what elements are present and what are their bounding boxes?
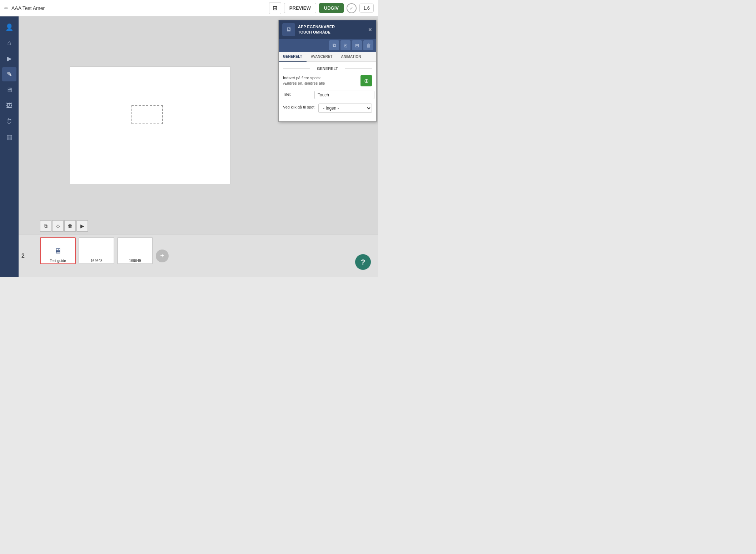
sidebar-item-calendar[interactable]: ▦	[2, 130, 16, 144]
panel-header: 🖥 APP EGENSKABER TOUCH OMRÅDE ×	[279, 20, 376, 39]
title-input[interactable]	[314, 91, 374, 99]
slide-thumb-icon-0: 🖥	[54, 247, 61, 255]
slide-thumb-1[interactable]: 169648	[79, 237, 114, 264]
user-icon: 👤	[5, 23, 13, 31]
multi-spot-button[interactable]: ⊕	[360, 75, 372, 86]
filmstrip: ⧉ ◇ 🗑 ▶ 2 🖥 Test guide 169648 169649 +	[19, 234, 378, 277]
sidebar-item-image[interactable]: 🖼	[2, 99, 16, 113]
right-panel: 🖥 APP EGENSKABER TOUCH OMRÅDE × ⧉ ⎘ ⊞ 🗑 …	[278, 20, 377, 122]
slide-thumb-label-0: Test guide	[50, 259, 66, 263]
sidebar-item-clock[interactable]: ⏱	[2, 114, 16, 129]
edit-pencil-icon: ✏	[4, 5, 9, 11]
panel-title-line2: TOUCH OMRÅDE	[298, 30, 330, 34]
multi-spot-icon: ⊕	[364, 77, 369, 84]
edit-icon: ✎	[7, 70, 12, 78]
screen-icon: 🖥	[6, 86, 13, 94]
version-badge: 1.6	[359, 4, 374, 12]
top-bar-right: ⊞ PREVIEW UDGIV ✓ 1.6	[269, 2, 374, 14]
page-number: 2	[21, 253, 25, 259]
section-title: GENERELT	[283, 66, 372, 71]
play-icon: ▶	[7, 55, 12, 62]
sidebar-item-play[interactable]: ▶	[2, 51, 16, 66]
add-slide-button[interactable]: +	[156, 250, 169, 262]
clock-icon: ⏱	[6, 118, 13, 125]
preview-button[interactable]: PREVIEW	[284, 3, 316, 13]
spot-select[interactable]: - Ingen - Spot 1 Spot 2	[318, 104, 372, 113]
panel-content: GENERELT Indsæt på flere spots: Ændres e…	[279, 62, 376, 121]
project-title: AAA Test Amer	[11, 5, 45, 11]
slide-thumb-label-1: 169648	[90, 259, 102, 263]
sidebar-item-home[interactable]: ⌂	[2, 36, 16, 50]
multi-spot-line2: Ændres en, ændres alle	[283, 81, 325, 85]
panel-header-icon: 🖥	[282, 23, 295, 36]
sidebar-item-user[interactable]: 👤	[2, 20, 16, 34]
panel-toolbar: ⧉ ⎘ ⊞ 🗑	[279, 39, 376, 52]
title-label: Titel:	[283, 91, 312, 96]
help-icon: ?	[361, 258, 365, 266]
filmstrip-forward-btn[interactable]: ▶	[76, 220, 88, 232]
multi-spot-row: Indsæt på flere spots: Ændres en, ændres…	[283, 75, 372, 86]
filmstrip-delete-btn[interactable]: 🗑	[64, 220, 76, 232]
sidebar-item-edit[interactable]: ✎	[2, 67, 16, 81]
slide-thumb-0[interactable]: 🖥 Test guide	[40, 237, 76, 264]
spot-label: Ved klik gå til spot:	[283, 104, 315, 109]
slide-thumb-2[interactable]: 169649	[117, 237, 153, 264]
help-button[interactable]: ?	[355, 254, 371, 270]
spot-label-text: Ved klik gå til spot:	[283, 105, 315, 109]
multi-spot-line1: Indsæt på flere spots:	[283, 76, 321, 80]
filmstrip-clear-btn[interactable]: ◇	[52, 220, 64, 232]
panel-tool-paste[interactable]: ⎘	[340, 40, 350, 50]
touch-area-icon: 🖥	[286, 26, 292, 33]
filmstrip-tools: ⧉ ◇ 🗑 ▶	[40, 220, 88, 232]
panel-tool-copy[interactable]: ⧉	[329, 40, 339, 50]
image-icon: 🖼	[6, 102, 13, 110]
add-icon: +	[160, 252, 164, 260]
left-sidebar: 👤 ⌂ ▶ ✎ 🖥 🖼 ⏱ ▦	[0, 16, 19, 277]
check-icon: ✓	[347, 3, 357, 13]
panel-tabs: GENERELT AVANCERET ANIMATION	[279, 52, 376, 62]
panel-title-line1: APP EGENSKABER	[298, 25, 335, 29]
slide-thumb-label-2: 169649	[129, 259, 141, 263]
top-bar: ✏ AAA Test Amer ⊞ PREVIEW UDGIV ✓ 1.6	[0, 0, 378, 16]
panel-header-title: APP EGENSKABER TOUCH OMRÅDE	[298, 24, 364, 35]
panel-close-button[interactable]: ×	[367, 25, 373, 34]
sidebar-item-screen[interactable]: 🖥	[2, 83, 16, 97]
filmstrip-copy-btn[interactable]: ⧉	[40, 220, 51, 232]
canvas[interactable]	[70, 66, 230, 184]
title-field-row: Titel:	[283, 91, 372, 99]
multi-spot-text: Indsæt på flere spots: Ændres en, ændres…	[283, 75, 325, 86]
spot-field-row: Ved klik gå til spot: - Ingen - Spot 1 S…	[283, 104, 372, 113]
tab-animation[interactable]: ANIMATION	[337, 52, 365, 62]
tab-generelt[interactable]: GENERELT	[279, 52, 307, 62]
touch-element[interactable]	[131, 105, 163, 124]
panel-tool-delete[interactable]: 🗑	[363, 40, 373, 50]
calendar-icon: ▦	[6, 133, 13, 141]
grid-button[interactable]: ⊞	[269, 2, 281, 14]
home-icon: ⌂	[8, 39, 11, 47]
tab-avanceret[interactable]: AVANCERET	[307, 52, 337, 62]
publish-button[interactable]: UDGIV	[319, 3, 344, 13]
panel-tool-duplicate[interactable]: ⊞	[352, 40, 362, 50]
grid-icon: ⊞	[273, 5, 277, 11]
top-bar-left: ✏ AAA Test Amer	[4, 5, 265, 11]
